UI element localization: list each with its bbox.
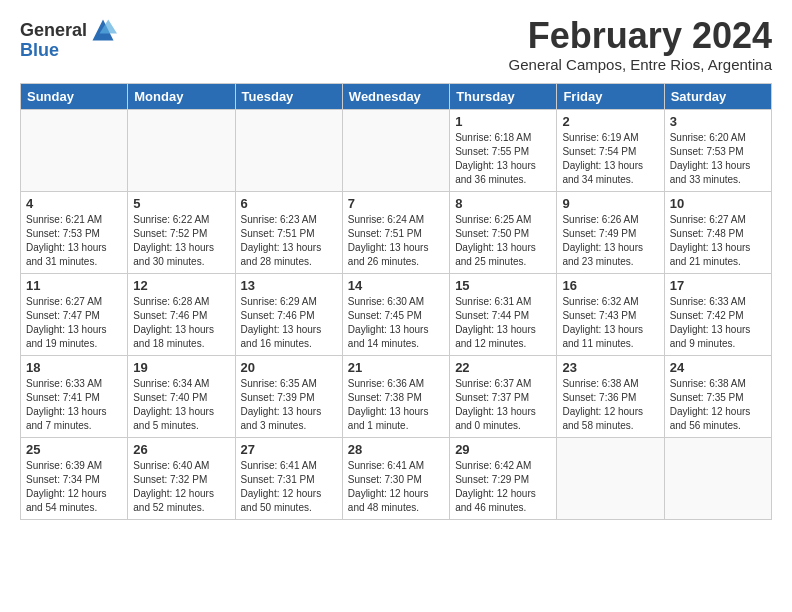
day-number: 26 [133,442,229,457]
col-monday: Monday [128,83,235,109]
calendar-cell: 11Sunrise: 6:27 AM Sunset: 7:47 PM Dayli… [21,273,128,355]
day-info: Sunrise: 6:38 AM Sunset: 7:35 PM Dayligh… [670,377,766,433]
col-friday: Friday [557,83,664,109]
calendar-cell: 13Sunrise: 6:29 AM Sunset: 7:46 PM Dayli… [235,273,342,355]
day-info: Sunrise: 6:27 AM Sunset: 7:47 PM Dayligh… [26,295,122,351]
day-info: Sunrise: 6:29 AM Sunset: 7:46 PM Dayligh… [241,295,337,351]
col-wednesday: Wednesday [342,83,449,109]
col-thursday: Thursday [450,83,557,109]
calendar-cell: 7Sunrise: 6:24 AM Sunset: 7:51 PM Daylig… [342,191,449,273]
day-number: 20 [241,360,337,375]
day-number: 27 [241,442,337,457]
calendar-cell: 15Sunrise: 6:31 AM Sunset: 7:44 PM Dayli… [450,273,557,355]
day-info: Sunrise: 6:38 AM Sunset: 7:36 PM Dayligh… [562,377,658,433]
day-number: 17 [670,278,766,293]
day-number: 21 [348,360,444,375]
day-number: 23 [562,360,658,375]
day-info: Sunrise: 6:33 AM Sunset: 7:42 PM Dayligh… [670,295,766,351]
calendar-cell: 25Sunrise: 6:39 AM Sunset: 7:34 PM Dayli… [21,437,128,519]
calendar-header-row: Sunday Monday Tuesday Wednesday Thursday… [21,83,772,109]
calendar-cell [664,437,771,519]
logo-general-text: General [20,20,87,41]
day-info: Sunrise: 6:41 AM Sunset: 7:30 PM Dayligh… [348,459,444,515]
calendar-week-2: 4Sunrise: 6:21 AM Sunset: 7:53 PM Daylig… [21,191,772,273]
calendar-cell: 14Sunrise: 6:30 AM Sunset: 7:45 PM Dayli… [342,273,449,355]
calendar-cell: 26Sunrise: 6:40 AM Sunset: 7:32 PM Dayli… [128,437,235,519]
day-info: Sunrise: 6:31 AM Sunset: 7:44 PM Dayligh… [455,295,551,351]
col-tuesday: Tuesday [235,83,342,109]
day-number: 22 [455,360,551,375]
day-number: 24 [670,360,766,375]
calendar-cell [128,109,235,191]
day-info: Sunrise: 6:18 AM Sunset: 7:55 PM Dayligh… [455,131,551,187]
day-info: Sunrise: 6:33 AM Sunset: 7:41 PM Dayligh… [26,377,122,433]
day-info: Sunrise: 6:19 AM Sunset: 7:54 PM Dayligh… [562,131,658,187]
calendar-cell: 24Sunrise: 6:38 AM Sunset: 7:35 PM Dayli… [664,355,771,437]
day-info: Sunrise: 6:21 AM Sunset: 7:53 PM Dayligh… [26,213,122,269]
calendar-cell: 22Sunrise: 6:37 AM Sunset: 7:37 PM Dayli… [450,355,557,437]
calendar-week-5: 25Sunrise: 6:39 AM Sunset: 7:34 PM Dayli… [21,437,772,519]
calendar-cell: 10Sunrise: 6:27 AM Sunset: 7:48 PM Dayli… [664,191,771,273]
calendar-cell: 17Sunrise: 6:33 AM Sunset: 7:42 PM Dayli… [664,273,771,355]
title-area: February 2024 General Campos, Entre Rios… [509,16,772,73]
day-number: 15 [455,278,551,293]
day-info: Sunrise: 6:24 AM Sunset: 7:51 PM Dayligh… [348,213,444,269]
day-number: 3 [670,114,766,129]
day-info: Sunrise: 6:32 AM Sunset: 7:43 PM Dayligh… [562,295,658,351]
calendar-cell: 18Sunrise: 6:33 AM Sunset: 7:41 PM Dayli… [21,355,128,437]
calendar-cell: 16Sunrise: 6:32 AM Sunset: 7:43 PM Dayli… [557,273,664,355]
day-info: Sunrise: 6:37 AM Sunset: 7:37 PM Dayligh… [455,377,551,433]
day-number: 11 [26,278,122,293]
day-info: Sunrise: 6:20 AM Sunset: 7:53 PM Dayligh… [670,131,766,187]
col-sunday: Sunday [21,83,128,109]
day-info: Sunrise: 6:25 AM Sunset: 7:50 PM Dayligh… [455,213,551,269]
col-saturday: Saturday [664,83,771,109]
calendar-cell: 8Sunrise: 6:25 AM Sunset: 7:50 PM Daylig… [450,191,557,273]
calendar-cell: 21Sunrise: 6:36 AM Sunset: 7:38 PM Dayli… [342,355,449,437]
day-number: 13 [241,278,337,293]
day-number: 25 [26,442,122,457]
logo: General Blue [20,16,117,61]
day-number: 28 [348,442,444,457]
header: General Blue February 2024 General Campo… [20,16,772,73]
calendar-cell: 12Sunrise: 6:28 AM Sunset: 7:46 PM Dayli… [128,273,235,355]
calendar-cell [557,437,664,519]
calendar-cell: 2Sunrise: 6:19 AM Sunset: 7:54 PM Daylig… [557,109,664,191]
day-info: Sunrise: 6:30 AM Sunset: 7:45 PM Dayligh… [348,295,444,351]
calendar-cell [235,109,342,191]
calendar-cell: 3Sunrise: 6:20 AM Sunset: 7:53 PM Daylig… [664,109,771,191]
calendar-cell: 27Sunrise: 6:41 AM Sunset: 7:31 PM Dayli… [235,437,342,519]
day-info: Sunrise: 6:28 AM Sunset: 7:46 PM Dayligh… [133,295,229,351]
day-info: Sunrise: 6:26 AM Sunset: 7:49 PM Dayligh… [562,213,658,269]
day-number: 4 [26,196,122,211]
logo-icon [89,16,117,44]
calendar-cell: 5Sunrise: 6:22 AM Sunset: 7:52 PM Daylig… [128,191,235,273]
day-number: 29 [455,442,551,457]
day-info: Sunrise: 6:36 AM Sunset: 7:38 PM Dayligh… [348,377,444,433]
calendar-cell: 28Sunrise: 6:41 AM Sunset: 7:30 PM Dayli… [342,437,449,519]
calendar-cell: 19Sunrise: 6:34 AM Sunset: 7:40 PM Dayli… [128,355,235,437]
day-number: 1 [455,114,551,129]
calendar-cell [21,109,128,191]
day-number: 2 [562,114,658,129]
day-number: 9 [562,196,658,211]
day-info: Sunrise: 6:42 AM Sunset: 7:29 PM Dayligh… [455,459,551,515]
calendar-cell: 23Sunrise: 6:38 AM Sunset: 7:36 PM Dayli… [557,355,664,437]
calendar-cell: 1Sunrise: 6:18 AM Sunset: 7:55 PM Daylig… [450,109,557,191]
day-number: 8 [455,196,551,211]
page: General Blue February 2024 General Campo… [0,0,792,536]
day-info: Sunrise: 6:27 AM Sunset: 7:48 PM Dayligh… [670,213,766,269]
day-info: Sunrise: 6:23 AM Sunset: 7:51 PM Dayligh… [241,213,337,269]
calendar-week-3: 11Sunrise: 6:27 AM Sunset: 7:47 PM Dayli… [21,273,772,355]
day-info: Sunrise: 6:39 AM Sunset: 7:34 PM Dayligh… [26,459,122,515]
calendar-cell: 9Sunrise: 6:26 AM Sunset: 7:49 PM Daylig… [557,191,664,273]
day-number: 16 [562,278,658,293]
month-title: February 2024 [509,16,772,56]
day-number: 12 [133,278,229,293]
day-number: 6 [241,196,337,211]
calendar-week-1: 1Sunrise: 6:18 AM Sunset: 7:55 PM Daylig… [21,109,772,191]
day-info: Sunrise: 6:22 AM Sunset: 7:52 PM Dayligh… [133,213,229,269]
day-number: 7 [348,196,444,211]
day-number: 5 [133,196,229,211]
calendar-cell: 6Sunrise: 6:23 AM Sunset: 7:51 PM Daylig… [235,191,342,273]
